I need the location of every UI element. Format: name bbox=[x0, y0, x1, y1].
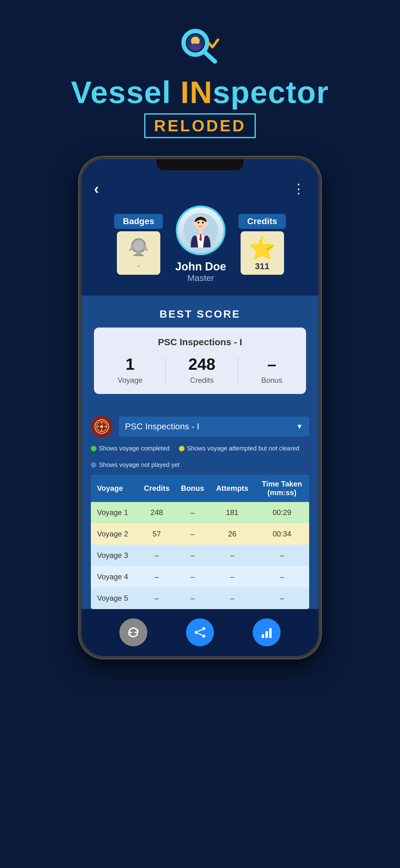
badges-label: Badges bbox=[114, 214, 163, 229]
user-role: Master bbox=[188, 273, 214, 283]
svg-rect-29 bbox=[265, 631, 268, 638]
table-row: Voyage 2 57 – 26 00:34 bbox=[91, 523, 309, 545]
th-voyage: Voyage bbox=[91, 475, 138, 502]
voyage-metric: 1 Voyage bbox=[118, 355, 143, 385]
cell-attempts-4: – bbox=[210, 588, 255, 609]
legend-dot-blue bbox=[91, 462, 96, 468]
divider-2 bbox=[238, 358, 238, 383]
volume-up-btn bbox=[79, 246, 80, 271]
title-vessel: Vessel bbox=[71, 75, 180, 110]
cell-credits-3: – bbox=[138, 566, 175, 588]
volume-down-btn bbox=[79, 277, 80, 302]
user-name: John Doe bbox=[175, 260, 226, 273]
more-menu-button[interactable]: ⋮ bbox=[292, 181, 306, 196]
legend-text-yellow: Shows voyage attempted but not cleared bbox=[187, 445, 299, 452]
app-title: Vessel INspector bbox=[71, 74, 329, 110]
phone-screen: ‹ ⋮ Badges bbox=[81, 159, 319, 656]
legend-item-green: Shows voyage completed bbox=[91, 445, 170, 452]
refresh-button[interactable] bbox=[120, 618, 147, 646]
credits-label: Credits bbox=[238, 214, 286, 229]
legend-item-blue: Shows voyage not played yet bbox=[91, 461, 179, 468]
stats-button[interactable] bbox=[253, 618, 280, 646]
refresh-icon bbox=[127, 625, 140, 639]
phone-wrapper: ‹ ⋮ Badges bbox=[79, 157, 321, 658]
cell-attempts-2: – bbox=[210, 545, 255, 566]
credits-card: Credits ⭐ 311 bbox=[238, 214, 286, 275]
bonus-metric: – Bonus bbox=[261, 355, 282, 385]
avatar-area: John Doe Master bbox=[175, 206, 226, 283]
cell-credits-2: – bbox=[138, 545, 175, 566]
svg-point-14 bbox=[198, 222, 199, 223]
bonus-label: Bonus bbox=[261, 376, 282, 385]
title-spector: spector bbox=[213, 75, 329, 110]
share-icon bbox=[193, 625, 207, 639]
credits-score-label: Credits bbox=[190, 376, 214, 385]
legend-dot-yellow bbox=[179, 446, 185, 452]
svg-point-6 bbox=[134, 241, 143, 251]
svg-point-15 bbox=[202, 222, 204, 223]
legend-item-yellow: Shows voyage attempted but not cleared bbox=[179, 445, 299, 452]
svg-line-27 bbox=[198, 633, 202, 635]
th-credits: Credits bbox=[138, 475, 175, 502]
cell-bonus-3: – bbox=[175, 566, 210, 588]
th-bonus: Bonus bbox=[175, 475, 210, 502]
legend: Shows voyage completed Shows voyage atte… bbox=[91, 445, 309, 468]
cell-time-2: – bbox=[255, 545, 309, 566]
credits-value: 311 bbox=[255, 261, 269, 271]
legend-text-blue: Shows voyage not played yet bbox=[99, 461, 179, 468]
cell-credits-4: – bbox=[138, 588, 175, 609]
credits-score-value: 248 bbox=[189, 355, 215, 373]
svg-rect-7 bbox=[136, 252, 141, 254]
avatar-person bbox=[182, 212, 219, 249]
svg-line-2 bbox=[204, 52, 215, 61]
voyage-dropdown[interactable]: PSC Inspections - I ▼ bbox=[119, 416, 309, 436]
divider-1 bbox=[165, 358, 166, 383]
table-row: Voyage 3 – – – – bbox=[91, 545, 309, 566]
cell-credits-0: 248 bbox=[138, 502, 175, 523]
compass-icon bbox=[94, 419, 109, 434]
back-button[interactable]: ‹ bbox=[94, 181, 99, 196]
svg-point-12 bbox=[193, 222, 196, 225]
app-logo-icon bbox=[178, 25, 222, 68]
svg-point-4 bbox=[190, 43, 201, 51]
svg-rect-30 bbox=[269, 628, 272, 638]
voyage-label: Voyage bbox=[118, 376, 143, 385]
badges-card: Badges - bbox=[114, 214, 163, 275]
table-row: Voyage 4 – – – – bbox=[91, 566, 309, 588]
logo-area: Vessel INspector RELODED bbox=[71, 25, 329, 138]
power-btn bbox=[320, 258, 321, 296]
cell-attempts-3: – bbox=[210, 566, 255, 588]
svg-point-25 bbox=[202, 634, 205, 638]
cell-attempts-0: 181 bbox=[210, 502, 255, 523]
th-time: Time Taken(mm:ss) bbox=[255, 475, 309, 502]
table-row: Voyage 5 – – – – bbox=[91, 588, 309, 609]
cell-time-4: – bbox=[255, 588, 309, 609]
badge-value: - bbox=[137, 261, 140, 270]
th-attempts: Attempts bbox=[210, 475, 255, 502]
voyage-selector: PSC Inspections - I ▼ bbox=[91, 416, 309, 437]
legend-text-green: Shows voyage completed bbox=[99, 445, 170, 452]
credits-star-icon: ⭐ bbox=[248, 235, 276, 261]
best-score-section: BEST SCORE PSC Inspections - I 1 Voyage … bbox=[81, 296, 319, 406]
chart-icon bbox=[260, 625, 273, 639]
cell-voyage-4: Voyage 5 bbox=[91, 588, 138, 609]
cell-voyage-1: Voyage 2 bbox=[91, 523, 138, 545]
voyage-value: 1 bbox=[126, 355, 135, 373]
credits-metric: 248 Credits bbox=[189, 355, 215, 385]
score-metrics: 1 Voyage 248 Credits – Bonus bbox=[106, 355, 294, 385]
phone-notch bbox=[157, 159, 243, 170]
score-card-title: PSC Inspections - I bbox=[106, 337, 294, 347]
voyage-dropdown-label: PSC Inspections - I bbox=[125, 422, 199, 432]
badge-box: - bbox=[117, 231, 160, 275]
credits-box: ⭐ 311 bbox=[241, 231, 284, 275]
svg-point-13 bbox=[206, 222, 208, 225]
bottom-nav bbox=[81, 609, 319, 656]
app-subtitle: RELODED bbox=[144, 113, 256, 138]
svg-point-24 bbox=[195, 631, 198, 634]
share-button[interactable] bbox=[186, 618, 214, 646]
dropdown-arrow-icon: ▼ bbox=[296, 423, 303, 431]
svg-rect-28 bbox=[262, 634, 264, 638]
table-row: Voyage 1 248 – 181 00:29 bbox=[91, 502, 309, 523]
score-card: PSC Inspections - I 1 Voyage 248 Credits bbox=[94, 328, 306, 394]
best-score-title: BEST SCORE bbox=[94, 308, 306, 320]
